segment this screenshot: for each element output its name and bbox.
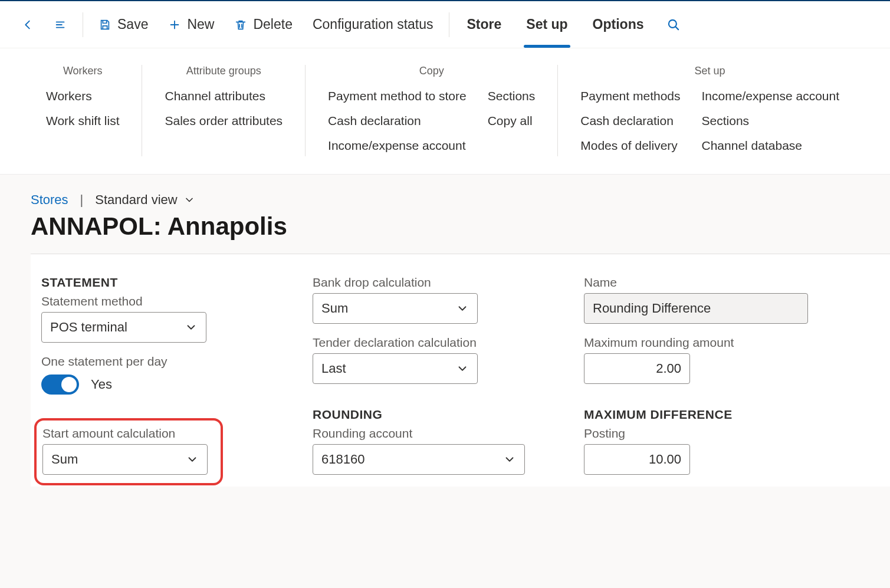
chevron-down-icon (456, 362, 469, 375)
toolbar: Save New Delete Configuration status Sto… (0, 1, 890, 48)
field-label: Rounding account (313, 426, 566, 441)
ribbon-item[interactable]: Cash declaration (323, 110, 471, 132)
save-icon (98, 18, 111, 31)
ribbon-item[interactable]: Payment method to store (323, 86, 471, 107)
delete-label: Delete (253, 17, 292, 32)
back-button[interactable] (13, 12, 42, 37)
new-label: New (187, 17, 214, 32)
view-label: Standard view (95, 192, 177, 208)
search-icon (666, 17, 681, 32)
config-status-button[interactable]: Configuration status (304, 11, 442, 38)
field-label: Start amount calculation (42, 426, 215, 441)
form-column-1: STATEMENT Statement method POS terminal … (41, 275, 313, 487)
field-label: Posting (584, 426, 838, 441)
menu-icon (54, 18, 67, 31)
name-value: Rounding Difference (593, 301, 711, 316)
statement-method-select[interactable]: POS terminal (41, 312, 206, 343)
bank-drop-select[interactable]: Sum (313, 293, 478, 324)
tender-decl-select[interactable]: Last (313, 353, 478, 384)
ribbon-group-attribute-groups: Attribute groups Channel attributes Sale… (142, 65, 305, 156)
ribbon-group-copy: Copy Payment method to store Cash declar… (305, 65, 557, 156)
ribbon-group-title: Attribute groups (160, 65, 287, 77)
ribbon-item[interactable]: Sections (483, 86, 540, 107)
config-status-label: Configuration status (313, 17, 433, 32)
field-label: One statement per day (41, 354, 295, 369)
toolbar-separator (83, 12, 83, 37)
field-label: Bank drop calculation (313, 275, 566, 290)
posting-input[interactable]: 10.00 (584, 444, 690, 475)
name-input: Rounding Difference (584, 293, 808, 324)
ribbon-item[interactable]: Payment methods (576, 86, 685, 107)
chevron-down-icon (503, 453, 516, 466)
section-header-max-diff: MAXIMUM DIFFERENCE (584, 408, 838, 422)
chevron-down-icon (185, 321, 198, 334)
ribbon-item[interactable]: Channel attributes (160, 86, 287, 107)
ribbon-item[interactable]: Income/expense account (323, 135, 471, 156)
rounding-account-select[interactable]: 618160 (313, 444, 525, 475)
ribbon-group-workers: Workers Workers Work shift list (41, 65, 142, 156)
bank-drop-value: Sum (321, 301, 348, 316)
tab-setup[interactable]: Set up (515, 11, 578, 38)
start-amount-value: Sum (51, 452, 78, 467)
tender-decl-value: Last (321, 361, 346, 376)
chevron-down-icon (456, 302, 469, 315)
ribbon-item[interactable]: Sections (697, 110, 844, 132)
ribbon-group-title: Set up (576, 65, 844, 77)
statement-method-value: POS terminal (50, 320, 127, 335)
save-label: Save (117, 17, 148, 32)
ribbon-item[interactable]: Income/expense account (697, 86, 844, 107)
ribbon-group-title: Workers (41, 65, 124, 77)
section-header-rounding: ROUNDING (313, 408, 566, 422)
ribbon: Workers Workers Work shift list Attribut… (0, 48, 890, 175)
section-header-statement: STATEMENT (41, 275, 295, 290)
rounding-account-value: 618160 (321, 452, 364, 467)
highlighted-field: Start amount calculation Sum (34, 418, 223, 485)
trash-icon (234, 18, 247, 31)
ribbon-group-title: Copy (323, 65, 540, 77)
chevron-down-icon (186, 453, 199, 466)
plus-icon (168, 18, 181, 31)
page-title: ANNAPOL: Annapolis (31, 212, 890, 241)
menu-button[interactable] (46, 12, 75, 37)
field-label: Tender declaration calculation (313, 336, 566, 350)
field-label: Maximum rounding amount (584, 336, 838, 350)
posting-value: 10.00 (649, 452, 681, 467)
form-column-3: Name Rounding Difference Maximum roundin… (584, 275, 855, 487)
search-button[interactable] (658, 11, 689, 38)
back-icon (21, 18, 34, 31)
ribbon-item[interactable]: Channel database (697, 135, 844, 156)
breadcrumb-separator: | (80, 192, 84, 208)
field-label: Statement method (41, 294, 295, 308)
field-label: Name (584, 275, 838, 290)
ribbon-item[interactable]: Cash declaration (576, 110, 685, 132)
ribbon-item[interactable]: Sales order attributes (160, 110, 287, 132)
one-statement-value: Yes (91, 377, 112, 392)
breadcrumb: Stores | Standard view (31, 192, 890, 208)
ribbon-item[interactable]: Workers (41, 86, 124, 107)
ribbon-item[interactable]: Work shift list (41, 110, 124, 132)
ribbon-item[interactable]: Copy all (483, 110, 540, 132)
form-column-2: Bank drop calculation Sum Tender declara… (313, 275, 584, 487)
toolbar-separator (449, 12, 449, 37)
form-area: STATEMENT Statement method POS terminal … (31, 254, 890, 487)
max-rounding-value: 2.00 (656, 361, 681, 376)
delete-button[interactable]: Delete (226, 11, 300, 38)
breadcrumb-stores-link[interactable]: Stores (31, 192, 68, 208)
tab-store[interactable]: Store (457, 11, 513, 38)
page-header: Stores | Standard view ANNAPOL: Annapoli… (0, 175, 890, 241)
chevron-down-icon (183, 194, 195, 206)
view-selector[interactable]: Standard view (95, 192, 195, 208)
ribbon-group-setup: Set up Payment methods Cash declaration … (557, 65, 862, 156)
one-statement-toggle[interactable] (41, 375, 79, 395)
tab-options[interactable]: Options (582, 11, 655, 38)
new-button[interactable]: New (160, 11, 222, 38)
save-button[interactable]: Save (90, 11, 156, 38)
ribbon-item[interactable]: Modes of delivery (576, 135, 685, 156)
start-amount-select[interactable]: Sum (42, 444, 208, 475)
max-rounding-input[interactable]: 2.00 (584, 353, 690, 384)
